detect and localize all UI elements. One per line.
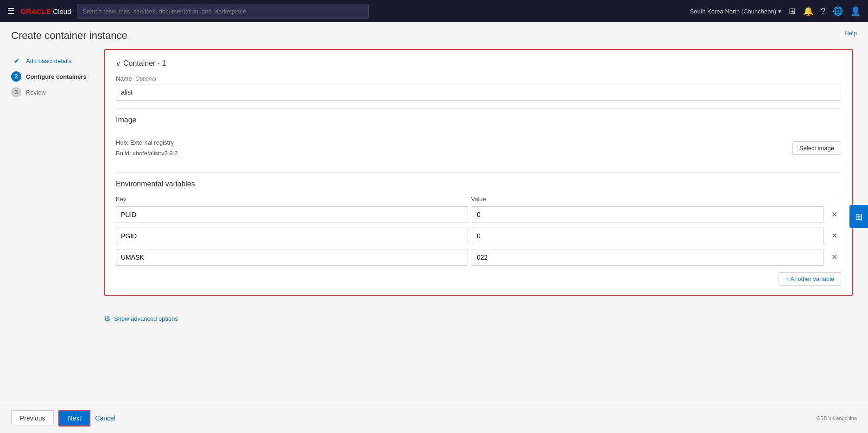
step-3-label: Review bbox=[26, 89, 46, 96]
value-column-header: Value bbox=[471, 196, 823, 203]
name-optional-label: Optional bbox=[135, 76, 156, 82]
container-title: Container - 1 bbox=[123, 59, 166, 68]
user-icon[interactable]: 👤 bbox=[850, 6, 861, 16]
page-header: Create container instance Help bbox=[0, 22, 868, 42]
image-build: Build: xhofe/alist:v3.9.2 bbox=[116, 148, 178, 159]
step-review[interactable]: 3 Review bbox=[11, 84, 104, 100]
env-value-input-2[interactable] bbox=[472, 228, 824, 244]
env-variables-section: Environmental variables Key Value ✕ bbox=[116, 180, 841, 286]
notifications-icon[interactable]: 🔔 bbox=[803, 6, 813, 16]
env-row-2: ✕ bbox=[116, 228, 841, 244]
env-key-input-1[interactable] bbox=[116, 206, 468, 223]
oracle-logo: ORACLE Cloud bbox=[20, 7, 71, 15]
section-divider-2 bbox=[116, 172, 841, 172]
cancel-link[interactable]: Cancel bbox=[95, 414, 115, 422]
image-hub: Hub: External registry bbox=[116, 137, 178, 148]
topnav-right-controls: South Korea North (Chuncheon) ▾ ⊞ 🔔 ? 🌐 … bbox=[690, 6, 861, 16]
add-variable-button[interactable]: + Another variable bbox=[779, 272, 841, 286]
step-configure-containers[interactable]: 2 Configure containers bbox=[11, 69, 104, 84]
body-layout: ✓ Add basic details 2 Configure containe… bbox=[0, 42, 868, 403]
step-2-label: Configure containers bbox=[26, 73, 87, 80]
language-icon[interactable]: 🌐 bbox=[833, 6, 843, 16]
section-divider-1 bbox=[116, 108, 841, 108]
oracle-brand: ORACLE bbox=[20, 7, 51, 15]
hamburger-menu-icon[interactable]: ☰ bbox=[7, 6, 15, 16]
help-widget-icon: ⊞ bbox=[855, 211, 863, 222]
step-1-circle: ✓ bbox=[11, 56, 21, 66]
page-title: Create container instance bbox=[11, 30, 127, 42]
container-title-row: ∨ Container - 1 bbox=[116, 59, 841, 68]
select-image-button[interactable]: Select image bbox=[792, 141, 841, 155]
cloud-shell-icon[interactable]: ⊞ bbox=[789, 6, 796, 16]
step-2-circle: 2 bbox=[11, 71, 21, 82]
env-value-input-3[interactable] bbox=[472, 249, 824, 266]
container-chevron-icon[interactable]: ∨ bbox=[116, 60, 120, 67]
page-footer: Previous Next Cancel CSDN ©engchina bbox=[0, 403, 868, 433]
cloud-brand: Cloud bbox=[53, 7, 71, 15]
main-content: Create container instance Help ✓ Add bas… bbox=[0, 22, 868, 433]
env-value-input-1[interactable] bbox=[472, 206, 824, 223]
add-variable-row: + Another variable bbox=[116, 270, 841, 286]
kv-headers: Key Value bbox=[116, 196, 841, 203]
env-key-input-3[interactable] bbox=[116, 249, 468, 266]
image-metadata: Hub: External registry Build: xhofe/alis… bbox=[116, 137, 178, 159]
global-search-input[interactable] bbox=[77, 4, 369, 19]
env-row-1: ✕ bbox=[116, 206, 841, 223]
container-name-input[interactable] bbox=[116, 84, 841, 101]
previous-button[interactable]: Previous bbox=[11, 410, 54, 426]
footer-copyright: CSDN ©engchina bbox=[817, 415, 857, 421]
env-remove-button-1[interactable]: ✕ bbox=[828, 209, 841, 220]
env-remove-button-2[interactable]: ✕ bbox=[828, 230, 841, 242]
env-remove-button-3[interactable]: ✕ bbox=[828, 252, 841, 263]
key-column-header: Key bbox=[116, 196, 468, 203]
page-help-link[interactable]: Help bbox=[844, 30, 857, 37]
help-icon[interactable]: ? bbox=[821, 6, 825, 16]
form-area: ∨ Container - 1 Name Optional Image bbox=[104, 49, 857, 395]
step-1-label: Add basic details bbox=[26, 57, 71, 64]
name-field-group: Name Optional bbox=[116, 75, 841, 101]
image-section-title: Image bbox=[116, 116, 841, 124]
chevron-down-icon: ▾ bbox=[778, 8, 781, 15]
top-navigation: ☰ ORACLE Cloud South Korea North (Chunch… bbox=[0, 0, 868, 22]
region-label: South Korea North (Chuncheon) bbox=[690, 8, 776, 15]
advanced-options-icon: ⚙ bbox=[104, 314, 110, 323]
env-row-3: ✕ bbox=[116, 249, 841, 266]
container-card: ∨ Container - 1 Name Optional Image bbox=[104, 49, 853, 296]
name-label: Name Optional bbox=[116, 75, 841, 82]
region-selector[interactable]: South Korea North (Chuncheon) ▾ bbox=[690, 8, 781, 15]
env-section-title: Environmental variables bbox=[116, 180, 841, 188]
show-advanced-row: ⚙ Show advanced options bbox=[104, 311, 853, 323]
help-widget-button[interactable]: ⊞ bbox=[849, 205, 868, 228]
step-add-basic-details[interactable]: ✓ Add basic details bbox=[11, 53, 104, 69]
image-section: Image Hub: External registry Build: xhof… bbox=[116, 116, 841, 165]
step-3-circle: 3 bbox=[11, 87, 21, 97]
env-key-input-2[interactable] bbox=[116, 228, 468, 244]
image-info-row: Hub: External registry Build: xhofe/alis… bbox=[116, 132, 841, 165]
steps-sidebar: ✓ Add basic details 2 Configure containe… bbox=[11, 49, 104, 395]
show-advanced-options-link[interactable]: Show advanced options bbox=[114, 315, 178, 322]
next-button[interactable]: Next bbox=[58, 410, 90, 427]
